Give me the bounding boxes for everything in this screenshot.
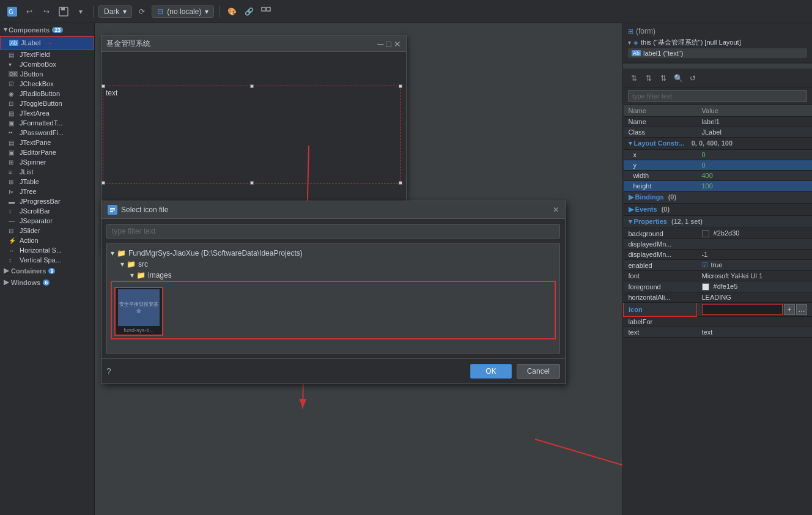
- resize-handle-br[interactable]: [399, 181, 402, 185]
- left-panel: ▾ Components 23 Ab JLabel → ▤ JTextField…: [0, 23, 95, 515]
- svg-rect-3: [61, 7, 65, 10]
- tree-item-image-file[interactable]: 安全平衡型投资基金 fund-sys-ti...: [111, 281, 556, 339]
- right-label1[interactable]: Ab label1 ("text"): [628, 48, 807, 58]
- layout-constr-section[interactable]: ▾ Layout Constr... 0, 0, 400, 100: [624, 138, 813, 150]
- tree-item-src[interactable]: ▾ 📁 src: [111, 259, 556, 270]
- tree-item-images[interactable]: ▾ 📁 images: [111, 270, 556, 281]
- component-jlabel[interactable]: Ab JLabel →: [0, 36, 94, 50]
- tree-item-root[interactable]: ▾ 📁 FundMgrSys-JiaoXue (D:\SoftwareData\…: [111, 248, 556, 259]
- component-vertical-spacer[interactable]: ↕ Vertical Spa...: [0, 255, 94, 265]
- prop-class-row[interactable]: Class JLabel: [624, 127, 813, 138]
- search-props-icon[interactable]: 🔍: [672, 72, 684, 84]
- component-jeditorpane[interactable]: ▣ JEditorPane: [0, 147, 94, 157]
- component-jspinner[interactable]: ⊞ JSpinner: [0, 157, 94, 167]
- component-jtextarea[interactable]: ▤ JTextArea: [0, 108, 94, 118]
- prop-y-row[interactable]: y 0: [624, 160, 813, 171]
- prop-x-row[interactable]: x 0: [624, 150, 813, 160]
- label-selection-box[interactable]: text: [103, 86, 401, 183]
- theme-dropdown[interactable]: Dark ▾: [98, 6, 132, 18]
- sort-az-icon[interactable]: ⇅: [628, 72, 640, 84]
- component-jformattedtf[interactable]: ▣ JFormattedT...: [0, 118, 94, 128]
- component-jseparator[interactable]: — JSeparator: [0, 216, 94, 226]
- svg-rect-5: [267, 7, 270, 11]
- properties-table: Name Value Name label1 Class JLabel ▾ La…: [623, 105, 812, 338]
- sort-za-icon[interactable]: ⇅: [643, 72, 655, 84]
- palette-icon[interactable]: 🎨: [224, 4, 239, 19]
- resize-handle-tl[interactable]: [102, 84, 105, 88]
- refresh-icon[interactable]: ⟳: [135, 4, 149, 19]
- locale-dropdown[interactable]: ⊟ (no locale) ▾: [152, 6, 214, 18]
- prop-font-row[interactable]: font Microsoft YaHei UI 1: [624, 271, 813, 281]
- prop-name-row[interactable]: Name label1: [624, 117, 813, 127]
- resize-handle-bm[interactable]: [250, 181, 254, 185]
- logo-icon[interactable]: G: [5, 4, 20, 19]
- minimize-button[interactable]: ─: [378, 39, 384, 49]
- select-icon-dialog: Select icon file ✕ ▾ 📁 FundMgrSys-JiaoXu…: [101, 201, 566, 384]
- component-jradiobutton[interactable]: ◉ JRadioButton: [0, 89, 94, 98]
- dialog-close-button[interactable]: ✕: [553, 206, 559, 214]
- svg-rect-9: [110, 211, 113, 212]
- prop-background-row[interactable]: background #2b2d30: [624, 228, 813, 239]
- component-jscrollbar[interactable]: ↕ JScrollBar: [0, 206, 94, 216]
- prop-enabled-row[interactable]: enabled ☑ true: [624, 260, 813, 271]
- components-section-header[interactable]: ▾ Components 23: [0, 23, 94, 36]
- component-jtable[interactable]: ⊞ JTable: [0, 177, 94, 187]
- reset-icon[interactable]: ↺: [687, 72, 699, 84]
- component-jslider[interactable]: ⊟ JSlider: [0, 226, 94, 235]
- events-section[interactable]: ▶ Events (0): [624, 204, 813, 216]
- windows-header[interactable]: ▶ Windows 6: [0, 276, 94, 288]
- ok-icon: OK: [9, 71, 18, 77]
- dialog-titlebar: Select icon file ✕: [102, 201, 565, 219]
- bindings-section[interactable]: ▶ Bindings (0): [624, 191, 813, 204]
- component-horizontal-spacer[interactable]: ↔ Horizontal S...: [0, 245, 94, 255]
- resize-handle-tr[interactable]: [399, 84, 402, 88]
- redo-icon[interactable]: ↪: [39, 4, 54, 19]
- component-jpasswordfield[interactable]: •• JPasswordFi...: [0, 128, 94, 138]
- icon-input[interactable]: [702, 304, 783, 315]
- prop-icon-row[interactable]: icon + …: [624, 303, 813, 317]
- component-jtextfield[interactable]: ▤ JTextField: [0, 50, 94, 59]
- dialog-search-input[interactable]: [106, 224, 560, 239]
- containers-header[interactable]: ▶ Containers 9: [0, 265, 94, 276]
- src-folder-icon: 📁: [127, 260, 136, 269]
- component-jbutton[interactable]: OK JButton: [0, 69, 94, 79]
- properties-section[interactable]: ▾ Properties (12, 1 set): [624, 216, 813, 228]
- component-jcheckbox[interactable]: ☑ JCheckBox: [0, 79, 94, 89]
- prop-foreground-row[interactable]: foreground #dfe1e5: [624, 281, 813, 292]
- component-jprogressbar[interactable]: ▬ JProgressBar: [0, 196, 94, 206]
- prop-horizontalali-row[interactable]: horizontalAli... LEADING: [624, 292, 813, 303]
- prop-height-row[interactable]: height 100: [624, 181, 813, 191]
- right-scrollbar[interactable]: [623, 64, 812, 69]
- resize-handle-tm[interactable]: [250, 84, 254, 88]
- component-jcombobox[interactable]: ▾ JComboBox: [0, 59, 94, 69]
- prop-displayedmn2-row[interactable]: displayedMn... -1: [624, 250, 813, 260]
- save-icon[interactable]: [56, 4, 71, 19]
- maximize-button[interactable]: □: [386, 39, 391, 49]
- dropdown-arrow-icon[interactable]: ▾: [73, 4, 88, 19]
- prop-width-row[interactable]: width 400: [624, 171, 813, 181]
- ok-button[interactable]: OK: [470, 364, 511, 379]
- cancel-button[interactable]: Cancel: [517, 364, 560, 379]
- filter-input[interactable]: [628, 90, 807, 102]
- dialog-body: ▾ 📁 FundMgrSys-JiaoXue (D:\SoftwareData\…: [102, 219, 565, 358]
- undo-icon[interactable]: ↩: [22, 4, 37, 19]
- prop-labelfor-row[interactable]: labelFor: [624, 317, 813, 327]
- prop-text-row[interactable]: text text: [624, 327, 813, 338]
- sort-num-icon[interactable]: ⇅: [657, 72, 670, 84]
- svg-rect-7: [110, 208, 115, 209]
- component-action[interactable]: ⚡ Action: [0, 235, 94, 245]
- icon-more-button[interactable]: …: [796, 304, 807, 315]
- link-icon[interactable]: 🔗: [242, 4, 256, 19]
- resize-handle-bl[interactable]: [102, 181, 105, 185]
- component-jtextpane[interactable]: ▤ JTextPane: [0, 138, 94, 147]
- close-button[interactable]: ✕: [394, 39, 401, 49]
- icon-add-button[interactable]: +: [784, 304, 795, 315]
- help-icon[interactable]: ?: [106, 366, 111, 376]
- prop-displayedmn1-row[interactable]: displayedMn...: [624, 239, 813, 250]
- share-icon[interactable]: [259, 4, 273, 19]
- component-jtogglebutton[interactable]: ⊡ JToggleButton: [0, 98, 94, 108]
- toolbar-sep-1: [93, 6, 94, 18]
- component-jtree[interactable]: ⊳ JTree: [0, 187, 94, 196]
- component-jlist[interactable]: ≡ JList: [0, 167, 94, 177]
- right-this-label[interactable]: ▾ ◈ this ("基金管理系统") [null Layout]: [628, 38, 807, 47]
